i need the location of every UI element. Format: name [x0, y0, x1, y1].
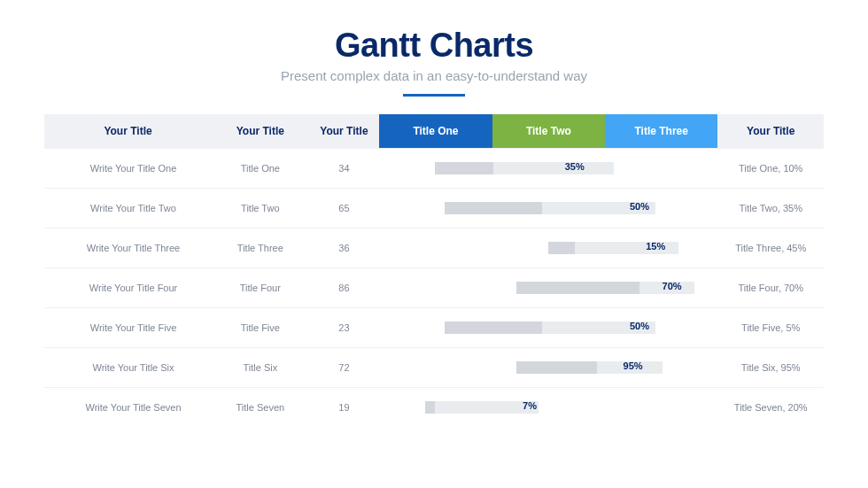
- table-header-row: Your Title Your Title Your Title Title O…: [44, 114, 824, 149]
- row-right: Title Seven, 20%: [717, 388, 824, 428]
- gantt-bar-label: 70%: [663, 281, 682, 291]
- col-header-2: Your Title: [212, 114, 309, 149]
- row-label: Title Four: [212, 268, 309, 308]
- row-name: Write Your Title Seven: [44, 388, 212, 428]
- gantt-cell: 50%: [379, 189, 717, 229]
- gantt-bar-label: 95%: [624, 360, 643, 371]
- table-row: Write Your Title SixTitle Six7295%Title …: [44, 348, 824, 388]
- gantt-bar-label: 35%: [565, 161, 585, 172]
- row-right: Title One, 10%: [717, 149, 824, 189]
- col-header-4: Your Title: [717, 114, 824, 149]
- row-label: Title Three: [212, 229, 309, 268]
- row-label: Title Five: [212, 308, 309, 348]
- row-label: Title Seven: [212, 388, 309, 428]
- row-label: Title Two: [212, 189, 309, 229]
- row-right: Title Five, 5%: [717, 308, 824, 348]
- gantt-bar-fg: [425, 401, 435, 414]
- table-row: Write Your Title TwoTitle Two6550%Title …: [44, 189, 824, 229]
- table-row: Write Your Title SevenTitle Seven197%Tit…: [44, 388, 824, 428]
- gantt-cell: 15%: [379, 229, 717, 268]
- gantt-bar-fg: [516, 282, 639, 294]
- row-name: Write Your Title Two: [44, 189, 212, 229]
- row-label: Title Six: [212, 348, 309, 388]
- row-name: Write Your Title Four: [44, 268, 212, 308]
- row-num: 23: [309, 308, 380, 348]
- row-name: Write Your Title One: [44, 149, 212, 189]
- row-num: 36: [309, 229, 380, 268]
- col-header-gantt-2: Title Two: [492, 114, 605, 149]
- row-num: 34: [309, 149, 380, 189]
- gantt-bar-label: 50%: [630, 201, 649, 212]
- title-underline: [403, 94, 465, 97]
- row-right: Title Three, 45%: [717, 229, 824, 268]
- gantt-bar-label: 15%: [646, 241, 665, 252]
- row-name: Write Your Title Three: [44, 229, 212, 268]
- row-num: 65: [309, 189, 380, 229]
- gantt-bar-fg: [445, 321, 542, 334]
- row-right: Title Two, 35%: [717, 189, 824, 229]
- row-num: 86: [309, 268, 380, 308]
- gantt-cell: 50%: [379, 308, 717, 348]
- gantt-bar-label: 7%: [523, 400, 537, 411]
- gantt-bar-fg: [516, 361, 598, 374]
- table-row: Write Your Title FourTitle Four8670%Titl…: [44, 268, 824, 308]
- table-row: Write Your Title ThreeTitle Three3615%Ti…: [44, 229, 824, 268]
- gantt-bar-fg: [445, 202, 542, 214]
- gantt-table: Your Title Your Title Your Title Title O…: [44, 114, 824, 427]
- row-right: Title Six, 95%: [717, 348, 824, 388]
- gantt-cell: 7%: [379, 388, 717, 428]
- gantt-cell: 35%: [379, 149, 717, 189]
- header: Gantt Charts Present complex data in an …: [44, 27, 824, 97]
- row-name: Write Your Title Five: [44, 308, 212, 348]
- page-title: Gantt Charts: [44, 27, 824, 65]
- table-row: Write Your Title FiveTitle Five2350%Titl…: [44, 308, 824, 348]
- gantt-cell: 95%: [379, 348, 717, 388]
- page-subtitle: Present complex data in an easy-to-under…: [44, 68, 824, 83]
- gantt-bar-label: 50%: [630, 321, 649, 331]
- col-header-gantt-1: Title One: [379, 114, 492, 149]
- row-right: Title Four, 70%: [717, 268, 824, 308]
- row-num: 19: [309, 388, 380, 428]
- table-row: Write Your Title OneTitle One3435%Title …: [44, 149, 824, 189]
- gantt-cell: 70%: [379, 268, 717, 308]
- row-label: Title One: [212, 149, 309, 189]
- col-header-gantt-3: Title Three: [605, 114, 717, 149]
- col-header-1: Your Title: [44, 114, 212, 149]
- row-num: 72: [309, 348, 380, 388]
- col-header-3: Your Title: [309, 114, 380, 149]
- gantt-bar-fg: [548, 242, 574, 254]
- row-name: Write Your Title Six: [44, 348, 212, 388]
- gantt-bar-fg: [435, 162, 493, 174]
